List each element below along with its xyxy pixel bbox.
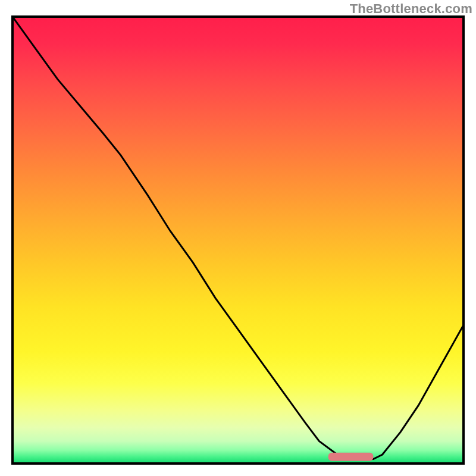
chart-container: TheBottleneck.com (0, 0, 476, 476)
plot-background (12, 17, 464, 464)
bottleneck-chart (0, 0, 476, 476)
attribution-text: TheBottleneck.com (350, 1, 472, 17)
optimal-marker (328, 453, 374, 461)
